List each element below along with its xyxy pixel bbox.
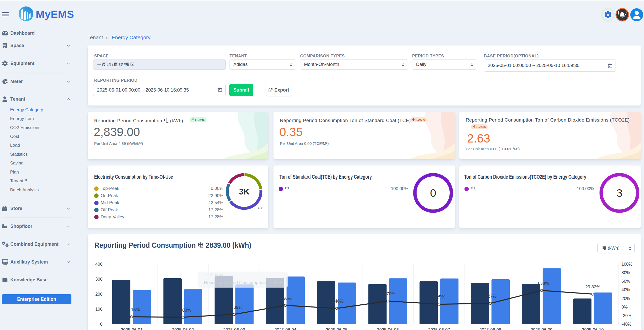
svg-text:2025-06-10: 2025-06-10 xyxy=(582,327,604,330)
svg-text:38.38%: 38.38% xyxy=(534,281,549,286)
svg-text:2025-06-04: 2025-06-04 xyxy=(275,327,296,330)
svg-text:29.82%: 29.82% xyxy=(585,284,600,289)
svg-text:40%: 40% xyxy=(621,287,630,292)
svg-text:80%: 80% xyxy=(621,270,630,275)
svg-text:100: 100 xyxy=(95,307,102,311)
svg-text:-24.03%: -24.03% xyxy=(175,308,191,313)
svg-text:8.27%: 8.27% xyxy=(484,294,497,299)
svg-text:-17.39%: -17.39% xyxy=(226,305,242,310)
svg-text:0%: 0% xyxy=(621,305,628,309)
svg-text:-3.46%: -3.46% xyxy=(330,299,344,304)
svg-text:100%: 100% xyxy=(621,262,633,266)
svg-text:200: 200 xyxy=(95,292,102,296)
svg-text:0: 0 xyxy=(100,322,102,326)
svg-text:2025-06-03: 2025-06-03 xyxy=(204,273,223,277)
svg-text:20%: 20% xyxy=(621,296,630,301)
svg-text:6.25%: 6.25% xyxy=(433,295,445,299)
svg-text:-40%: -40% xyxy=(621,322,632,326)
svg-text:2025-06-08: 2025-06-08 xyxy=(479,327,501,330)
svg-text:2025-06-02: 2025-06-02 xyxy=(172,327,194,330)
svg-text:13.70%: 13.70% xyxy=(380,291,395,296)
svg-text:-23.15%: -23.15% xyxy=(123,307,140,312)
svg-text:2025-06-07: 2025-06-07 xyxy=(428,327,450,330)
svg-text:60%: 60% xyxy=(621,279,630,283)
svg-text:2025-06-06: 2025-06-06 xyxy=(377,327,399,330)
svg-text:3.56%: 3.56% xyxy=(279,296,292,301)
svg-text:2025-06-03: 2025-06-03 xyxy=(223,327,245,330)
svg-text:2025-06-05: 2025-06-05 xyxy=(326,327,347,330)
svg-text:400: 400 xyxy=(95,262,102,266)
svg-text:-20%: -20% xyxy=(621,313,632,318)
svg-text:300: 300 xyxy=(95,277,102,281)
svg-text:2025-06-01: 2025-06-01 xyxy=(121,327,143,330)
svg-text:2025-06-09: 2025-06-09 xyxy=(531,327,552,330)
svg-text:Reporting Period Consumption -: Reporting Period Consumption - 308.00 xyxy=(204,280,284,285)
